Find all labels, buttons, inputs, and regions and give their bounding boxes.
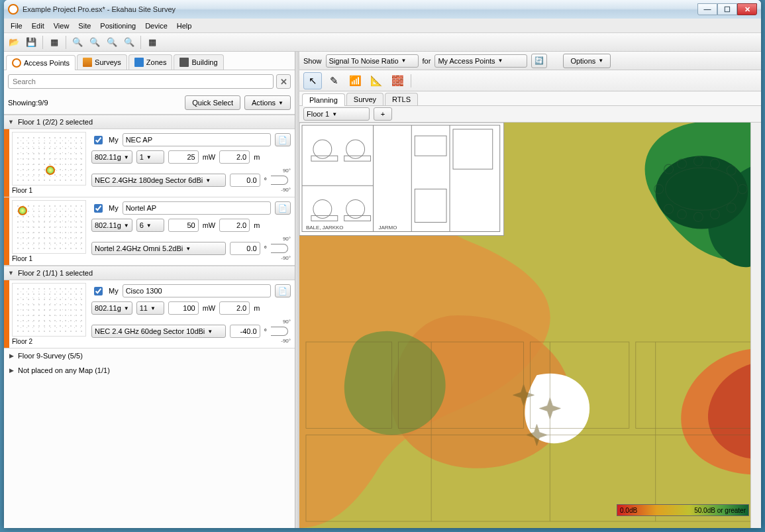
- ap-my-label: My: [109, 204, 119, 212]
- ap-height-input[interactable]: [219, 301, 250, 315]
- menu-help[interactable]: Help: [173, 21, 196, 31]
- zoom-fit-button[interactable]: 🔍: [105, 35, 119, 50]
- tab-zones[interactable]: Zones: [128, 54, 173, 70]
- ap-angle-input[interactable]: [230, 325, 260, 338]
- ap-height-input[interactable]: [219, 219, 250, 232]
- close-button[interactable]: ✕: [737, 3, 757, 15]
- search-input[interactable]: [8, 74, 274, 89]
- tab-rtls[interactable]: RTLS: [385, 93, 418, 105]
- options-button[interactable]: Options▼: [563, 54, 611, 68]
- ap-band-select[interactable]: 802.11g▼: [91, 150, 132, 164]
- room-label: JARMO: [378, 224, 397, 230]
- ap-name-input[interactable]: [123, 133, 271, 146]
- angle-indicator-icon[interactable]: 90°-90°: [271, 319, 291, 344]
- ap-antenna-select[interactable]: NEC 2.4 GHz 60deg Sector 10dBi▼: [91, 325, 226, 338]
- ap-height-unit: m: [254, 221, 260, 229]
- group-header-floor2[interactable]: ▼ Floor 2 (1/1) 1 selected: [4, 266, 295, 280]
- ap-power-unit: mW: [203, 304, 216, 312]
- ap-power-input[interactable]: [168, 150, 199, 164]
- tab-access-points-label: Access Points: [24, 59, 70, 67]
- tree-row-floor9[interactable]: ▶ Floor 9-Survey (5/5): [4, 348, 295, 363]
- menu-view[interactable]: View: [50, 21, 74, 31]
- maximize-button[interactable]: ☐: [717, 3, 737, 15]
- ap-band-select[interactable]: 802.11g▼: [91, 301, 132, 315]
- zoom-area-button[interactable]: 🔍: [122, 35, 136, 50]
- show-select[interactable]: Signal To Noise Ratio▼: [326, 54, 419, 68]
- for-select[interactable]: My Access Points▼: [434, 54, 527, 68]
- table-button[interactable]: ▦: [145, 35, 160, 50]
- menu-edit[interactable]: Edit: [28, 21, 48, 31]
- ap-map-thumbnail[interactable]: [12, 283, 86, 337]
- map-canvas[interactable]: BALE, JARKKO JARMO 0.0dB 50.0dB or great…: [299, 123, 761, 528]
- angle-indicator-icon[interactable]: 90°-90°: [271, 168, 291, 193]
- add-floor-button[interactable]: +: [374, 107, 392, 121]
- ap-my-label: My: [109, 136, 119, 144]
- menu-site[interactable]: Site: [74, 21, 95, 31]
- grid-button[interactable]: ▦: [47, 35, 62, 50]
- zoom-out-button[interactable]: 🔍: [87, 35, 102, 50]
- ap-my-checkbox[interactable]: [94, 204, 103, 213]
- ap-map-thumbnail[interactable]: [12, 200, 86, 254]
- minimize-button[interactable]: —: [697, 3, 717, 15]
- ap-name-input[interactable]: [123, 201, 271, 215]
- collapse-icon: ▼: [8, 119, 14, 125]
- menu-device[interactable]: Device: [141, 21, 172, 31]
- pointer-tool-button[interactable]: ↖: [303, 72, 322, 89]
- menu-positioning[interactable]: Positioning: [96, 21, 140, 31]
- ap-floor-label: Floor 1: [12, 186, 86, 194]
- menu-file[interactable]: File: [7, 21, 26, 31]
- ap-channel-select[interactable]: 11▼: [136, 301, 164, 315]
- wall-tool-button[interactable]: 🧱: [388, 72, 407, 89]
- tab-surveys[interactable]: Surveys: [77, 54, 127, 70]
- right-toolbar-tools: ↖ ✎ 📶 📐 🧱: [299, 70, 761, 91]
- tab-planning[interactable]: Planning: [302, 93, 345, 106]
- tab-survey[interactable]: Survey: [346, 93, 383, 105]
- ap-antenna-select[interactable]: Nortel 2.4GHz Omni 5.2dBi▼: [91, 242, 226, 255]
- eraser-tool-button[interactable]: ✎: [325, 72, 343, 89]
- clear-search-button[interactable]: ✕: [276, 74, 291, 89]
- ap-map-thumbnail[interactable]: [12, 132, 86, 186]
- tab-building[interactable]: Building: [174, 54, 223, 70]
- ap-edit-button[interactable]: 📄: [275, 201, 291, 215]
- expand-icon: ▶: [9, 367, 14, 374]
- group-header-floor1[interactable]: ▼ Floor 1 (2/2) 2 selected: [4, 115, 295, 129]
- quick-select-button[interactable]: Quick Select: [185, 95, 240, 110]
- titlebar: Example Project Pro.esx* - Ekahau Site S…: [4, 0, 761, 19]
- main-toolbar: 📂 💾 ▦ 🔍 🔍 🔍 🔍 ▦: [4, 33, 761, 52]
- zoom-in-button[interactable]: 🔍: [70, 35, 85, 50]
- scale-tool-button[interactable]: 📐: [367, 72, 385, 89]
- left-panel-tabs: Access Points Surveys Zones Building: [4, 52, 295, 70]
- ap-band-select[interactable]: 802.11g▼: [91, 219, 132, 232]
- ap-antenna-select[interactable]: NEC 2.4GHz 180deg Sector 6dBi▼: [91, 174, 226, 187]
- ap-channel-select[interactable]: 6▼: [136, 219, 164, 232]
- ap-tool-button[interactable]: 📶: [346, 72, 364, 89]
- ap-my-checkbox[interactable]: [94, 287, 103, 295]
- ap-angle-unit: °: [264, 327, 267, 335]
- ap-edit-button[interactable]: 📄: [275, 284, 291, 297]
- ap-power-input[interactable]: [168, 301, 199, 315]
- save-button[interactable]: 💾: [24, 35, 38, 50]
- ap-power-unit: mW: [203, 221, 216, 229]
- ap-name-input[interactable]: [123, 284, 271, 297]
- tab-access-points[interactable]: Access Points: [6, 55, 76, 70]
- collapse-icon: ▼: [8, 270, 14, 276]
- ap-edit-button[interactable]: 📄: [275, 133, 291, 146]
- refresh-button[interactable]: 🔄: [531, 54, 547, 68]
- ap-floor-label: Floor 2: [12, 337, 86, 345]
- ap-height-unit: m: [254, 304, 260, 312]
- ap-height-input[interactable]: [219, 150, 250, 164]
- ap-angle-input[interactable]: [230, 242, 260, 255]
- menubar: File Edit View Site Positioning Device H…: [4, 19, 761, 33]
- ap-color-bar: [4, 197, 9, 265]
- open-button[interactable]: 📂: [7, 35, 21, 50]
- ap-card: Floor 2 My 📄 802.11g▼ 11▼: [4, 280, 295, 348]
- ap-angle-input[interactable]: [230, 174, 260, 187]
- ap-channel-select[interactable]: 1▼: [136, 150, 164, 164]
- actions-button[interactable]: Actions▼: [244, 95, 291, 110]
- ap-power-input[interactable]: [168, 219, 199, 232]
- angle-indicator-icon[interactable]: 90°-90°: [271, 236, 291, 261]
- map-scrollbar[interactable]: [750, 123, 761, 528]
- tree-row-notplaced[interactable]: ▶ Not placed on any Map (1/1): [4, 363, 295, 378]
- floor-select[interactable]: Floor 1▼: [303, 107, 370, 121]
- ap-my-checkbox[interactable]: [94, 136, 103, 144]
